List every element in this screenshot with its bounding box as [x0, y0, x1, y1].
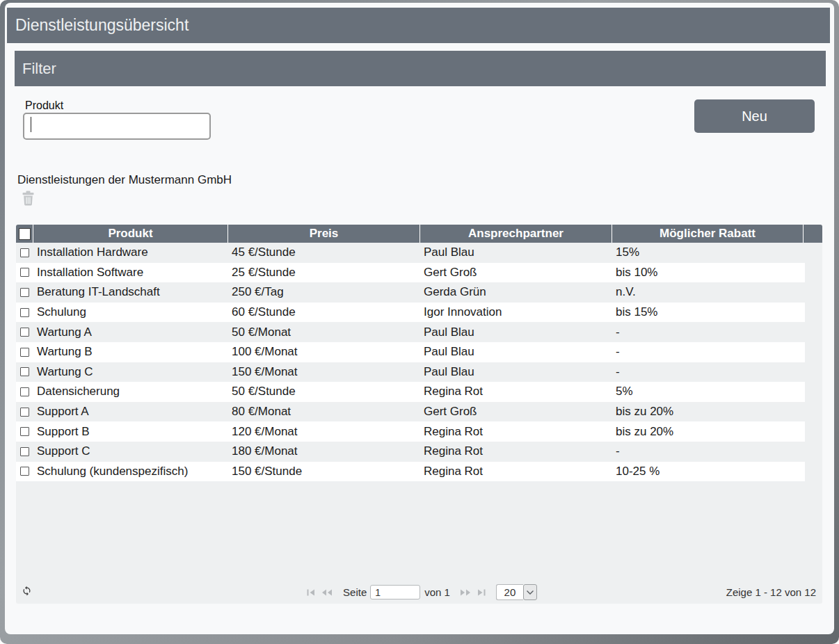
table-row[interactable]: Support A80 €/MonatGert Großbis zu 20% [16, 402, 805, 422]
table-row[interactable]: Installation Hardware45 €/StundePaul Bla… [16, 243, 805, 263]
trash-icon[interactable] [22, 191, 35, 209]
cell-preis: 60 €/Stunde [228, 305, 420, 319]
window-frame: Dienstleistungsübersicht Filter Produkt … [0, 0, 839, 644]
table-row[interactable]: Schulung (kundenspezifisch)150 €/StundeR… [16, 462, 805, 482]
cell-preis: 50 €/Stunde [228, 385, 420, 399]
text-caret [31, 117, 31, 132]
table-row[interactable]: Beratung IT-Landschaft250 €/TagGerda Grü… [16, 282, 805, 303]
table-row[interactable]: Support C180 €/MonatRegina Rot- [16, 442, 805, 462]
filter-title: Filter [22, 60, 56, 78]
row-checkbox[interactable] [20, 248, 29, 257]
next-page-icon[interactable] [460, 588, 471, 597]
row-checkbox[interactable] [20, 408, 29, 417]
page-label: Seite [343, 586, 367, 598]
cell-ansprechpartner: Paul Blau [420, 345, 612, 359]
table-body: Installation Hardware45 €/StundePaul Bla… [16, 243, 822, 481]
row-checkbox-cell [16, 427, 33, 436]
page-title: Dienstleistungsübersicht [15, 16, 189, 35]
cell-produkt: Schulung (kundenspezifisch) [33, 465, 228, 478]
cell-preis: 50 €/Monat [228, 325, 420, 339]
table-row[interactable]: Wartung C150 €/MonatPaul Blau- [16, 362, 805, 383]
cell-produkt: Installation Software [33, 266, 228, 280]
cell-produkt: Wartung C [33, 365, 228, 379]
page-of-label: von 1 [424, 586, 450, 598]
cell-rabatt: 15% [612, 245, 805, 259]
cell-rabatt: bis zu 20% [612, 425, 805, 439]
cell-ansprechpartner: Regina Rot [420, 465, 612, 478]
grid-caption: Dienstleistungen der Mustermann GmbH [17, 173, 232, 187]
cell-produkt: Support A [33, 405, 228, 419]
row-checkbox-cell [16, 348, 33, 357]
row-checkbox[interactable] [20, 268, 29, 277]
product-filter-label: Produkt [25, 99, 63, 112]
table-row[interactable]: Wartung B100 €/MonatPaul Blau- [16, 342, 805, 362]
cell-produkt: Datensicherung [33, 385, 228, 399]
table-row[interactable]: Wartung A50 €/MonatPaul Blau- [16, 322, 805, 342]
cell-produkt: Installation Hardware [33, 245, 228, 259]
cell-preis: 45 €/Stunde [228, 245, 420, 259]
cell-preis: 150 €/Stunde [228, 465, 420, 478]
cell-rabatt: - [612, 325, 805, 339]
row-checkbox[interactable] [20, 447, 29, 456]
cell-produkt: Wartung B [33, 345, 228, 359]
page-size-select[interactable]: 20 [496, 584, 537, 600]
page-number-input[interactable] [370, 585, 420, 599]
product-filter-input[interactable] [23, 113, 211, 140]
row-checkbox[interactable] [20, 467, 29, 476]
cell-produkt: Support B [33, 425, 228, 439]
cell-ansprechpartner: Regina Rot [420, 385, 612, 399]
cell-preis: 25 €/Stunde [228, 266, 420, 280]
cell-preis: 150 €/Monat [228, 365, 420, 379]
cell-preis: 250 €/Tag [228, 285, 420, 299]
cell-produkt: Schulung [33, 305, 228, 319]
first-page-icon[interactable] [307, 588, 315, 597]
table-row[interactable]: Support B120 €/MonatRegina Rotbis zu 20% [16, 421, 805, 442]
row-checkbox[interactable] [20, 328, 29, 337]
cell-produkt: Beratung IT-Landschaft [33, 285, 228, 299]
prev-page-icon[interactable] [321, 588, 333, 597]
pager-bar: Seite von 1 20 Zeige 1 - 12 von 12 [16, 581, 822, 604]
cell-ansprechpartner: Regina Rot [420, 444, 612, 458]
row-checkbox-cell [16, 408, 33, 417]
row-checkbox[interactable] [20, 387, 29, 396]
cell-rabatt: bis 10% [612, 266, 805, 280]
cell-ansprechpartner: Regina Rot [420, 425, 612, 439]
row-checkbox-cell [16, 268, 33, 277]
row-checkbox[interactable] [20, 348, 29, 357]
cell-rabatt: n.V. [612, 285, 805, 299]
app-window: Dienstleistungsübersicht Filter Produkt … [5, 3, 834, 634]
new-button[interactable]: Neu [694, 99, 815, 133]
cell-ansprechpartner: Paul Blau [420, 325, 612, 339]
column-header-3[interactable]: Ansprechpartner [420, 225, 612, 243]
table-row[interactable]: Datensicherung50 €/StundeRegina Rot5% [16, 382, 805, 402]
cell-rabatt: bis zu 20% [612, 405, 805, 419]
table-row[interactable]: Installation Software25 €/StundeGert Gro… [16, 263, 805, 283]
cell-rabatt: - [612, 365, 805, 379]
page-size-value: 20 [496, 584, 523, 600]
cell-produkt: Support C [33, 444, 228, 458]
cell-preis: 80 €/Monat [228, 405, 420, 419]
row-checkbox[interactable] [20, 288, 29, 297]
cell-ansprechpartner: Paul Blau [420, 365, 612, 379]
table-row[interactable]: Schulung60 €/StundeIgor Innovationbis 15… [16, 303, 805, 323]
row-checkbox-cell [16, 248, 33, 257]
row-checkbox[interactable] [20, 308, 29, 317]
column-header-4[interactable]: Möglicher Rabatt [612, 225, 804, 243]
column-header-1[interactable]: Produkt [33, 225, 228, 243]
row-checkbox-cell [16, 308, 33, 317]
cell-preis: 100 €/Monat [228, 345, 420, 359]
row-checkbox-cell [16, 467, 33, 476]
services-table: ProduktPreisAnsprechpartnerMöglicher Rab… [16, 225, 822, 604]
last-page-icon[interactable] [477, 588, 486, 597]
select-all-cell[interactable] [16, 225, 33, 243]
row-checkbox-cell [16, 387, 33, 396]
cell-rabatt: 10-25 % [612, 465, 805, 478]
cell-produkt: Wartung A [33, 325, 228, 339]
row-checkbox[interactable] [20, 367, 29, 376]
row-checkbox[interactable] [20, 427, 29, 436]
column-header-2[interactable]: Preis [228, 225, 420, 243]
chevron-down-icon[interactable] [523, 584, 537, 600]
cell-rabatt: - [612, 444, 805, 458]
header-gutter [804, 225, 822, 243]
select-all-checkbox[interactable] [19, 228, 31, 240]
